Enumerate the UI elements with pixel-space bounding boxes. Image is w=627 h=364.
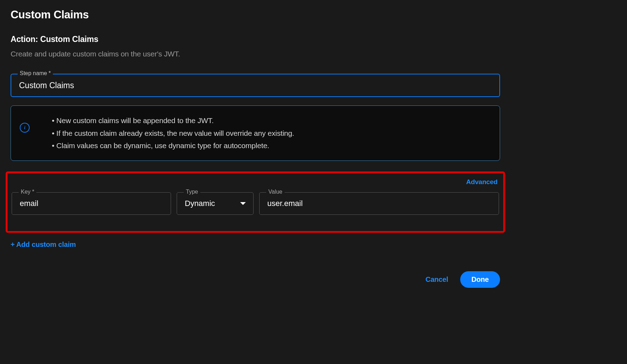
type-select-value: Dynamic — [185, 199, 215, 208]
key-input[interactable] — [12, 192, 171, 215]
action-title: Action: Custom Claims — [11, 35, 500, 44]
type-select[interactable]: Dynamic — [177, 192, 254, 215]
claim-section-highlight: Advanced Key * Type Dynamic Value — [6, 171, 505, 233]
step-name-input[interactable] — [11, 74, 500, 97]
add-custom-claim-button[interactable]: + Add custom claim — [11, 241, 76, 249]
key-field: Key * — [12, 192, 171, 215]
info-list: New custom claims will be appended to th… — [32, 114, 294, 152]
info-icon: i — [20, 123, 30, 133]
value-label: Value — [266, 189, 285, 195]
advanced-link[interactable]: Advanced — [466, 178, 498, 186]
info-box: i New custom claims will be appended to … — [11, 105, 500, 161]
value-input[interactable] — [259, 192, 499, 215]
info-item: New custom claims will be appended to th… — [52, 114, 294, 127]
info-icon-wrap: i — [20, 123, 30, 133]
advanced-row: Advanced — [12, 178, 499, 186]
claim-row: Key * Type Dynamic Value — [12, 192, 499, 223]
key-label: Key * — [19, 189, 36, 195]
step-name-field: Step name * — [11, 74, 500, 97]
step-name-label: Step name * — [18, 70, 53, 77]
value-field: Value — [259, 192, 499, 215]
action-description: Create and update custom claims on the u… — [11, 50, 500, 58]
dialog-footer: Cancel Done — [425, 271, 500, 288]
page-title: Custom Claims — [11, 8, 500, 21]
done-button[interactable]: Done — [460, 271, 500, 288]
type-field: Type Dynamic — [177, 192, 254, 215]
cancel-button[interactable]: Cancel — [425, 275, 448, 284]
type-label: Type — [184, 189, 200, 195]
info-item: Claim values can be dynamic, use dynamic… — [52, 139, 294, 152]
info-item: If the custom claim already exists, the … — [52, 127, 294, 140]
